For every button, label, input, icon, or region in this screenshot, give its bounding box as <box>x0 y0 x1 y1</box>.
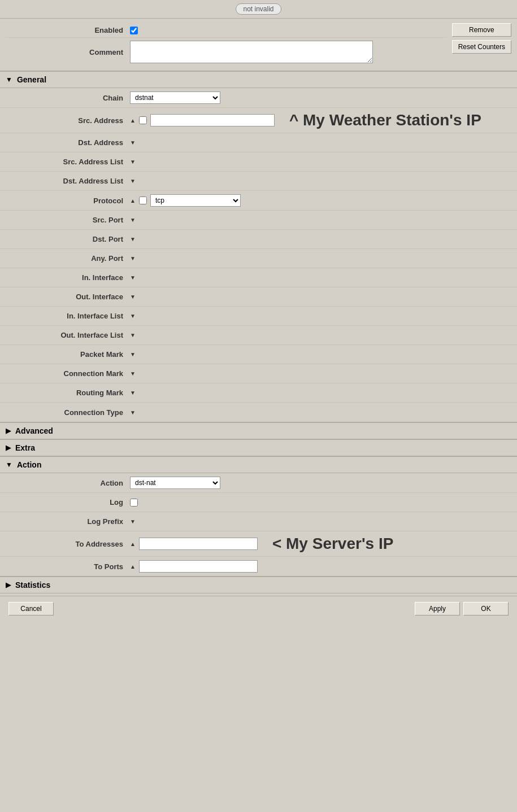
out-interface-list-expand-icon[interactable]: ▼ <box>130 332 136 338</box>
action-control: dst-nat src-nat masquerade netmap redire… <box>130 477 511 489</box>
ok-button[interactable]: OK <box>463 602 509 615</box>
src-address-list-expand-icon[interactable]: ▼ <box>130 159 136 165</box>
remove-button[interactable]: Remove <box>452 23 511 37</box>
connection-type-label: Connection Type <box>6 408 130 417</box>
in-interface-list-label: In. Interface List <box>6 312 130 320</box>
dst-address-list-expand-icon[interactable]: ▼ <box>130 178 136 184</box>
src-address-expand-icon[interactable]: ▲ <box>130 117 136 124</box>
dst-port-expand-icon[interactable]: ▼ <box>130 236 136 242</box>
comment-textarea[interactable] <box>130 41 373 63</box>
src-port-control: ▼ <box>130 217 511 223</box>
out-interface-row: Out. Interface ▼ <box>0 287 517 307</box>
src-address-list-label: Src. Address List <box>6 158 130 166</box>
routing-mark-row: Routing Mark ▼ <box>0 383 517 403</box>
dst-address-list-control: ▼ <box>130 178 511 184</box>
packet-mark-label: Packet Mark <box>6 350 130 359</box>
log-prefix-row: Log Prefix ▼ <box>0 512 517 531</box>
in-interface-label: In. Interface <box>6 273 130 282</box>
any-port-expand-icon[interactable]: ▼ <box>130 255 136 261</box>
protocol-control: ▲ tcp udp icmp any <box>130 194 511 207</box>
src-address-list-row: Src. Address List ▼ <box>0 152 517 172</box>
any-port-row: Any. Port ▼ <box>0 249 517 268</box>
to-addresses-input[interactable] <box>139 538 258 550</box>
connection-type-expand-icon[interactable]: ▼ <box>130 409 136 416</box>
src-address-control: ▲ ^ My Weather Station's IP <box>130 111 511 129</box>
any-port-control: ▼ <box>130 255 511 261</box>
in-interface-expand-icon[interactable]: ▼ <box>130 274 136 281</box>
connection-mark-expand-icon[interactable]: ▼ <box>130 370 136 377</box>
connection-type-control: ▼ <box>130 409 511 416</box>
src-port-expand-icon[interactable]: ▼ <box>130 217 136 223</box>
cancel-button[interactable]: Cancel <box>8 602 54 615</box>
to-addresses-row: To Addresses ▲ < My Server's IP <box>0 531 517 557</box>
status-badge: not invalid <box>236 3 281 15</box>
action-arrow-icon: ▼ <box>6 461 12 469</box>
extra-title: Extra <box>15 443 35 452</box>
header-buttons: Remove Reset Counters <box>452 23 511 54</box>
chain-control: dstnat srcnat forward input output <box>130 91 511 104</box>
protocol-checkbox[interactable] <box>139 197 147 204</box>
protocol-label: Protocol <box>6 197 130 205</box>
out-interface-list-row: Out. Interface List ▼ <box>0 326 517 345</box>
packet-mark-expand-icon[interactable]: ▼ <box>130 351 136 357</box>
statistics-section-header[interactable]: ▶ Statistics <box>0 577 517 593</box>
connection-type-row: Connection Type ▼ <box>0 403 517 422</box>
action-row: Action dst-nat src-nat masquerade netmap… <box>0 473 517 493</box>
protocol-row: Protocol ▲ tcp udp icmp any <box>0 191 517 211</box>
to-ports-expand-icon[interactable]: ▲ <box>130 564 136 570</box>
out-interface-label: Out. Interface <box>6 293 130 301</box>
general-section-content: Chain dstnat srcnat forward input output… <box>0 88 517 422</box>
reset-counters-button[interactable]: Reset Counters <box>452 40 511 54</box>
dst-address-control: ▼ <box>130 139 511 146</box>
advanced-section-header[interactable]: ▶ Advanced <box>0 422 517 439</box>
to-ports-input[interactable]: 3030 <box>139 560 258 573</box>
src-port-row: Src. Port ▼ <box>0 211 517 230</box>
log-checkbox[interactable] <box>130 499 138 507</box>
protocol-select[interactable]: tcp udp icmp any <box>150 194 241 207</box>
comment-row: Comment <box>6 38 446 66</box>
to-addresses-annotation: < My Server's IP <box>272 535 393 553</box>
to-addresses-label: To Addresses <box>6 540 130 548</box>
footer: Cancel Apply OK <box>0 596 517 621</box>
footer-right-buttons: Apply OK <box>415 602 509 615</box>
statistics-title: Statistics <box>15 580 50 590</box>
to-ports-label: To Ports <box>6 562 130 571</box>
to-addresses-expand-icon[interactable]: ▲ <box>130 541 136 547</box>
src-address-row: Src. Address ▲ ^ My Weather Station's IP <box>0 108 517 133</box>
in-interface-list-row: In. Interface List ▼ <box>0 307 517 326</box>
extra-section-header[interactable]: ▶ Extra <box>0 439 517 456</box>
to-ports-row: To Ports ▲ 3030 <box>0 557 517 576</box>
packet-mark-row: Packet Mark ▼ <box>0 345 517 364</box>
in-interface-row: In. Interface ▼ <box>0 268 517 287</box>
src-address-list-control: ▼ <box>130 159 511 165</box>
protocol-expand-icon[interactable]: ▲ <box>130 198 136 204</box>
src-address-checkbox[interactable] <box>139 116 147 124</box>
general-section-header[interactable]: ▼ General <box>0 71 517 88</box>
dst-address-expand-icon[interactable]: ▼ <box>130 139 136 146</box>
log-prefix-control: ▼ <box>130 518 511 525</box>
out-interface-expand-icon[interactable]: ▼ <box>130 294 136 300</box>
header-fields: Enabled Comment <box>6 23 446 66</box>
enabled-checkbox[interactable] <box>130 27 138 34</box>
action-section-header[interactable]: ▼ Action <box>0 456 517 473</box>
enabled-value <box>130 27 446 34</box>
out-interface-list-control: ▼ <box>130 332 511 338</box>
any-port-label: Any. Port <box>6 254 130 263</box>
log-label: Log <box>6 498 130 507</box>
routing-mark-control: ▼ <box>130 390 511 396</box>
action-select[interactable]: dst-nat src-nat masquerade netmap redire… <box>130 477 220 489</box>
log-prefix-expand-icon[interactable]: ▼ <box>130 518 136 525</box>
routing-mark-expand-icon[interactable]: ▼ <box>130 390 136 396</box>
in-interface-list-expand-icon[interactable]: ▼ <box>130 313 136 319</box>
src-address-annotation: ^ My Weather Station's IP <box>289 111 481 129</box>
dst-address-list-row: Dst. Address List ▼ <box>0 172 517 191</box>
chain-select[interactable]: dstnat srcnat forward input output <box>130 91 220 104</box>
src-port-label: Src. Port <box>6 216 130 224</box>
out-interface-control: ▼ <box>130 294 511 300</box>
routing-mark-label: Routing Mark <box>6 388 130 397</box>
dst-address-label: Dst. Address <box>6 138 130 147</box>
apply-button[interactable]: Apply <box>415 602 460 615</box>
src-address-input[interactable] <box>150 114 275 126</box>
src-address-label: Src. Address <box>6 116 130 125</box>
general-title: General <box>17 75 46 84</box>
